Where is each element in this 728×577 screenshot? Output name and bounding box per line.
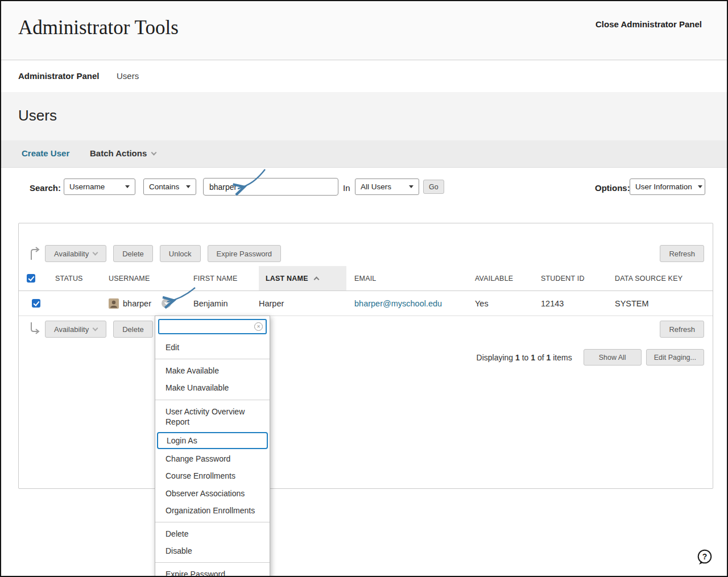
email-link[interactable]: bharper@myschool.edu <box>354 299 442 308</box>
first-name-cell: Benjamin <box>193 299 259 308</box>
column-header-data-source-key[interactable]: DATA SOURCE KEY <box>615 275 713 283</box>
search-scope-select[interactable]: All Users <box>355 179 419 195</box>
data-source-key-cell: SYSTEM <box>615 299 713 308</box>
select-caret-icon <box>698 185 702 188</box>
menu-group: Edit <box>155 336 270 359</box>
menu-group: Expire Password <box>155 562 270 577</box>
menu-item-make-unavailable[interactable]: Make Unavailable <box>155 379 270 396</box>
search-field-value: Username <box>69 182 105 191</box>
breadcrumb: Administrator Panel Users <box>1 61 727 92</box>
app-title: Administrator Tools <box>18 16 179 39</box>
avatar <box>109 298 119 309</box>
menu-item-change-password[interactable]: Change Password <box>155 450 270 467</box>
show-all-button[interactable]: Show All <box>584 349 642 366</box>
sort-ascending-icon <box>313 277 319 283</box>
administrator-panel-window: Administrator Tools Close Administrator … <box>0 0 728 577</box>
username-text: bharper <box>123 299 151 308</box>
batch-actions-button[interactable]: Batch Actions <box>90 148 156 158</box>
expire-password-button[interactable]: Expire Password <box>208 245 282 262</box>
options-value: User Information <box>635 182 692 191</box>
column-header-email[interactable]: EMAIL <box>354 275 475 283</box>
email-cell: bharper@myschool.edu <box>354 299 475 308</box>
available-cell: Yes <box>475 299 541 308</box>
user-context-menu: ✕ Edit Make Available Make Unavailable U… <box>155 316 270 577</box>
username-cell: bharper <box>109 298 193 309</box>
last-name-cell: Harper <box>259 299 354 308</box>
search-input[interactable] <box>203 178 338 196</box>
row-select-cell <box>19 299 55 308</box>
unlock-button[interactable]: Unlock <box>160 245 201 262</box>
app-header: Administrator Tools Close Administrator … <box>1 1 727 60</box>
refresh-button-bottom[interactable]: Refresh <box>660 321 704 338</box>
breadcrumb-administrator-panel[interactable]: Administrator Panel <box>18 71 100 81</box>
menu-item-login-as[interactable]: Login As <box>157 432 268 449</box>
chevron-down-icon <box>151 150 157 155</box>
search-operator-select[interactable]: Contains <box>143 179 196 195</box>
column-header-student-id[interactable]: STUDENT ID <box>541 275 615 283</box>
column-header-available[interactable]: AVAILABLE <box>475 275 541 283</box>
select-caret-icon <box>409 185 413 188</box>
menu-item-delete[interactable]: Delete <box>155 525 270 542</box>
availability-label: Availability <box>54 325 89 334</box>
select-caret-icon <box>125 185 130 188</box>
column-header-status[interactable]: STATUS <box>55 275 109 283</box>
menu-item-make-available[interactable]: Make Available <box>155 362 270 379</box>
paging-bar: Displaying 1 to 1 of 1 items Show All Ed… <box>19 349 704 366</box>
users-list-container: Availability Delete Unlock Expire Passwo… <box>18 223 713 489</box>
displaying-text: Displaying 1 to 1 of 1 items <box>477 353 572 362</box>
select-all-actions-arrow-icon <box>28 321 43 336</box>
student-id-cell: 12143 <box>541 299 615 308</box>
user-context-menu-trigger[interactable] <box>162 298 171 308</box>
breadcrumb-users: Users <box>117 71 139 81</box>
clear-filter-icon[interactable]: ✕ <box>254 322 263 331</box>
search-in-label: In <box>343 183 350 193</box>
context-menu-filter-input[interactable] <box>158 319 267 334</box>
chevron-down-icon <box>164 301 168 305</box>
search-bar: Search: Username Contains In All Users G… <box>1 168 727 223</box>
menu-item-edit[interactable]: Edit <box>155 339 270 356</box>
batch-actions-label: Batch Actions <box>90 148 147 158</box>
select-all-checkbox[interactable] <box>27 274 35 283</box>
column-header-username[interactable]: USERNAME <box>109 275 193 283</box>
last-name-header-label: LAST NAME <box>266 275 308 283</box>
row-checkbox[interactable] <box>32 299 40 308</box>
search-field-select[interactable]: Username <box>64 179 135 195</box>
menu-item-course-enrollments[interactable]: Course Enrollments <box>155 467 270 484</box>
create-user-button[interactable]: Create User <box>22 148 69 158</box>
menu-item-expire-password[interactable]: Expire Password <box>155 566 270 577</box>
list-toolbar-bottom: Availability Delete Refresh <box>45 321 704 338</box>
menu-group: Delete Disable <box>155 522 270 562</box>
select-caret-icon <box>186 185 191 188</box>
options-select[interactable]: User Information <box>630 179 705 195</box>
svg-text:?: ? <box>702 552 708 561</box>
sorted-column-box: LAST NAME <box>259 266 346 290</box>
menu-group: Make Available Make Unavailable <box>155 359 270 399</box>
delete-button[interactable]: Delete <box>113 245 153 262</box>
action-bar: Create User Batch Actions <box>1 140 727 168</box>
close-administrator-panel-button[interactable]: Close Administrator Panel <box>595 19 702 29</box>
column-header-last-name[interactable]: LAST NAME <box>259 266 354 290</box>
menu-item-user-activity-overview-report[interactable]: User Activity Overview Report <box>155 403 270 430</box>
go-button[interactable]: Go <box>423 180 444 194</box>
menu-item-observer-associations[interactable]: Observer Associations <box>155 485 270 502</box>
column-header-first-name[interactable]: FIRST NAME <box>193 275 259 283</box>
table-header-row: STATUS USERNAME FIRST NAME LAST NAME EMA… <box>19 266 713 291</box>
menu-item-organization-enrollments[interactable]: Organization Enrollments <box>155 502 270 519</box>
edit-paging-button[interactable]: Edit Paging... <box>646 349 704 366</box>
help-icon[interactable]: ? <box>697 549 713 565</box>
refresh-button[interactable]: Refresh <box>660 245 704 262</box>
availability-button-bottom[interactable]: Availability <box>45 321 106 338</box>
availability-button[interactable]: Availability <box>45 245 106 262</box>
search-label: Search: <box>30 183 61 193</box>
page-section-title: Users <box>18 107 57 124</box>
select-all-actions-arrow-icon <box>28 246 43 261</box>
availability-label: Availability <box>54 250 89 258</box>
list-toolbar-top: Availability Delete Unlock Expire Passwo… <box>45 245 704 262</box>
delete-button-bottom[interactable]: Delete <box>113 321 153 338</box>
section-title-bar: Users <box>1 92 727 140</box>
options-label: Options: <box>595 183 630 193</box>
select-all-cell <box>19 274 55 283</box>
menu-item-disable[interactable]: Disable <box>155 542 270 559</box>
chevron-down-icon <box>93 326 98 331</box>
chevron-down-icon <box>93 250 98 256</box>
